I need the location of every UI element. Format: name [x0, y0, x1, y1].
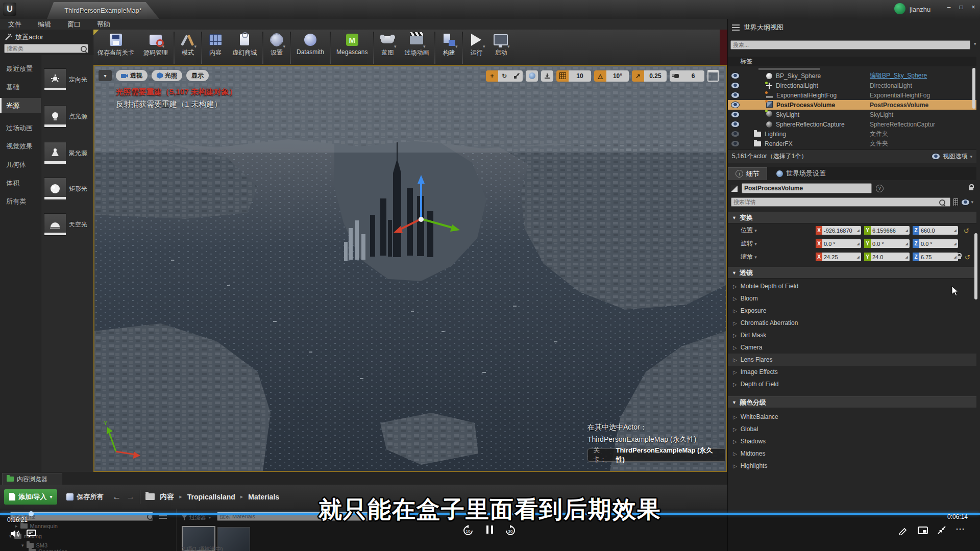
tab-world-settings[interactable]: 世界场景设置 — [769, 167, 833, 180]
scale-y-field[interactable]: 24.0◢ — [871, 253, 910, 261]
reset-position-icon[interactable]: ↺ — [964, 227, 969, 235]
tab-details[interactable]: i 细节 — [728, 167, 767, 180]
settings-button[interactable]: ▾ 设置 — [264, 30, 289, 66]
scale-lock-icon[interactable] — [957, 256, 961, 259]
outliner-column-header[interactable]: 标签 — [728, 57, 976, 66]
actor-checkbox-icon[interactable] — [731, 185, 738, 192]
visibility-eye-icon[interactable] — [731, 72, 740, 79]
viewport-scene[interactable]: Y — [94, 66, 726, 471]
rotation-y-field[interactable]: 0.0 °◢ — [871, 239, 910, 248]
minimize-button[interactable]: – — [943, 2, 954, 12]
content-button[interactable]: 内容 — [203, 30, 228, 66]
color-item-global[interactable]: ▷Global — [728, 423, 976, 435]
outliner-row-height-fog[interactable]: ExponentialHeightFog ExponentialHeightFo… — [728, 90, 976, 100]
help-icon[interactable]: ? — [876, 185, 884, 192]
grid-snap-control[interactable]: 10 — [556, 70, 591, 82]
blueprints-button[interactable]: ▾ 蓝图 — [375, 30, 400, 66]
lens-item-chromatic-aberration[interactable]: ▷Chromatic Aberration — [728, 317, 976, 329]
spot-light-item[interactable]: 聚光源 — [44, 137, 92, 169]
marketplace-button[interactable]: 虚幻商城 — [228, 30, 261, 66]
details-scrollbar[interactable] — [974, 233, 977, 299]
lock-icon[interactable] — [969, 187, 973, 190]
source-control-button[interactable]: ▾ 源码管理 — [139, 30, 173, 66]
maximize-viewport-button[interactable] — [707, 70, 719, 82]
edit-blueprint-link[interactable]: 编辑BP_Sky_Sphere — [870, 71, 972, 80]
actor-name-input[interactable] — [742, 183, 872, 193]
play-button[interactable]: ▾ 运行 — [464, 30, 488, 66]
megascans-button[interactable]: M Megascans — [332, 30, 372, 66]
visibility-eye-icon[interactable] — [731, 102, 740, 108]
shrink-button[interactable] — [937, 525, 946, 535]
rotation-x-field[interactable]: 0.0 °◢ — [822, 239, 861, 248]
pause-button[interactable] — [485, 525, 494, 534]
forward-30-button[interactable]: 30 — [504, 524, 517, 537]
outliner-row-skylight[interactable]: SkyLight SkyLight — [728, 110, 976, 119]
lens-section-header[interactable]: ▼透镜 — [728, 267, 976, 279]
scale-snap-control[interactable]: ↗ 0.25 — [632, 70, 667, 82]
position-z-field[interactable]: 660.0◢ — [919, 226, 958, 235]
point-light-item[interactable]: 点光源 — [44, 100, 92, 133]
category-basic[interactable]: 基础 — [0, 80, 41, 95]
property-matrix-button[interactable] — [953, 198, 958, 206]
cinematics-button[interactable]: ▾ 过场动画 — [400, 30, 433, 66]
transform-section-header[interactable]: ▼变换 — [728, 212, 976, 223]
category-visual-effects[interactable]: 视觉效果 — [0, 139, 41, 154]
perspective-button[interactable]: 透视 — [116, 70, 148, 81]
lens-item-image-effects[interactable]: ▷Image Effects — [728, 366, 976, 378]
edit-video-button[interactable] — [898, 525, 908, 535]
color-item-highlights[interactable]: ▷Highlights — [728, 460, 976, 472]
lens-item-exposure[interactable]: ▷Exposure — [728, 305, 976, 317]
lens-item-lens-flares[interactable]: ▷Lens Flares — [728, 354, 976, 366]
outliner-row-sphere-reflection[interactable]: SphereReflectionCapture SphereReflection… — [728, 119, 976, 129]
move-tool-button[interactable]: + — [486, 70, 498, 82]
save-level-button[interactable]: 保存当前关卡 — [93, 30, 139, 66]
lens-item-mobile-dof[interactable]: ▷Mobile Depth of Field — [728, 280, 976, 292]
outliner-scrollbar[interactable] — [972, 68, 975, 109]
category-geometry[interactable]: 几何体 — [0, 157, 41, 172]
coordinate-system-button[interactable] — [526, 70, 538, 82]
outliner-search-input[interactable] — [730, 40, 970, 49]
close-button[interactable]: × — [968, 2, 979, 12]
sky-light-item[interactable]: 天空光 — [44, 208, 92, 241]
lit-mode-button[interactable]: 光照 — [152, 70, 182, 81]
outliner-row-bp-sky-sphere[interactable]: BP_Sky_Sphere 编辑BP_Sky_Sphere — [728, 71, 976, 81]
color-item-shadows[interactable]: ▷Shadows — [728, 435, 976, 447]
visibility-eye-icon[interactable] — [731, 111, 740, 118]
camera-speed-control[interactable]: 6 — [670, 70, 704, 82]
outliner-search-dropdown[interactable]: ▾ — [974, 41, 976, 46]
user-avatar[interactable] — [894, 3, 905, 14]
scale-label[interactable]: 缩放 ▾ — [741, 253, 757, 261]
viewport-options-dropdown[interactable]: ▾ — [99, 70, 112, 81]
modes-button[interactable]: ▾ 模式 — [176, 30, 200, 66]
details-search-input[interactable] — [731, 197, 950, 207]
category-volumes[interactable]: 体积 — [0, 176, 41, 191]
build-button[interactable]: ▾ 构建 — [436, 30, 461, 66]
rotation-z-field[interactable]: 0.0 °◢ — [919, 239, 958, 248]
outliner-row-renderfx-folder[interactable]: RenderFX 文件夹 — [728, 139, 976, 148]
volume-button[interactable] — [10, 530, 20, 538]
menu-edit[interactable]: 编辑 — [30, 20, 59, 29]
lens-item-bloom[interactable]: ▷Bloom — [728, 292, 976, 305]
position-label[interactable]: 位置 ▾ — [741, 226, 757, 235]
display-filter-button[interactable]: ▾ — [961, 199, 973, 206]
rewind-10-button[interactable]: 10 — [462, 524, 474, 537]
position-y-field[interactable]: 6.159666◢ — [871, 226, 910, 235]
show-flags-button[interactable]: 显示 — [186, 70, 209, 81]
rotation-snap-control[interactable]: △ 10° — [594, 70, 629, 82]
visibility-eye-icon[interactable] — [731, 140, 740, 147]
menu-file[interactable]: 文件 — [0, 20, 30, 29]
lens-item-camera[interactable]: ▷Camera — [728, 341, 976, 354]
maximize-button[interactable]: □ — [955, 2, 967, 12]
outliner-row-lighting-folder[interactable]: Lighting 文件夹 — [728, 129, 976, 139]
color-item-whitebalance[interactable]: ▷WhiteBalance — [728, 411, 976, 423]
launch-button[interactable]: ▾ 启动 — [488, 30, 513, 66]
rotation-label[interactable]: 旋转 ▾ — [741, 239, 757, 248]
level-tab[interactable]: ThirdPersonExampleMap* — [47, 2, 159, 19]
surface-snap-button[interactable] — [541, 70, 553, 82]
scale-z-field[interactable]: 6.75◢ — [919, 253, 958, 261]
outliner-row-postprocess-volume[interactable]: PostProcessVolume PostProcessVolume — [728, 100, 976, 110]
directional-light-item[interactable]: 定向光 — [44, 63, 92, 96]
color-grading-section-header[interactable]: ▼颜色分级 — [728, 396, 976, 408]
position-x-field[interactable]: -926.16870◢ — [822, 226, 861, 235]
outliner-row-directional-light[interactable]: DirectionalLight DirectionalLight — [728, 81, 976, 90]
